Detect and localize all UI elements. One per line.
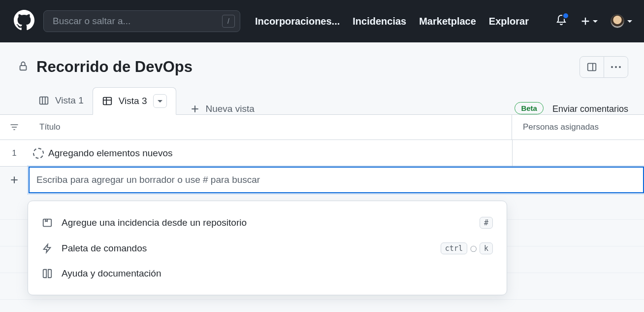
avatar <box>611 14 624 28</box>
caret-down-icon <box>158 100 162 103</box>
popover-item-label: Paleta de comandos <box>62 243 147 254</box>
add-row: Escriba para agregar un borrador o use #… <box>0 167 644 193</box>
svg-rect-1 <box>588 64 596 71</box>
column-header-title[interactable]: Título <box>29 115 512 139</box>
svg-rect-0 <box>20 66 27 70</box>
user-menu[interactable] <box>611 14 632 28</box>
project-menu-button[interactable] <box>604 56 628 78</box>
popover-item-label: Agregue una incidencia desde un reposito… <box>62 217 247 228</box>
nav-marketplace[interactable]: Marketplace <box>419 16 476 27</box>
search-placeholder: Buscar o saltar a... <box>53 16 222 27</box>
new-view-button[interactable]: Nueva vista <box>181 104 263 114</box>
view-tab-menu[interactable] <box>153 94 167 108</box>
row-assignees-cell[interactable] <box>512 140 644 166</box>
notifications-button[interactable] <box>555 14 567 28</box>
slash-key-hint: / <box>222 15 235 28</box>
popover-command-palette[interactable]: Paleta de comandos ctrl ◯ k <box>28 236 507 261</box>
hash-key: # <box>480 217 493 229</box>
caret-down-icon <box>627 20 632 23</box>
project-header-actions <box>580 56 628 78</box>
create-new-dropdown[interactable] <box>580 16 598 27</box>
global-search[interactable]: Buscar o saltar a... / <box>43 10 240 32</box>
k-key: k <box>480 243 493 254</box>
filter-button[interactable] <box>0 122 29 132</box>
new-view-label: Nueva vista <box>206 104 255 114</box>
add-item-placeholder: Escriba para agregar un borrador o use #… <box>36 174 260 185</box>
column-header-assignees[interactable]: Personas asignadas <box>512 122 644 132</box>
table-header: Título Personas asignadas <box>0 114 644 140</box>
row-title[interactable]: Agregando elementos nuevos <box>48 148 512 159</box>
lock-icon <box>18 61 29 73</box>
ctrl-key: ctrl <box>441 243 467 254</box>
header-actions <box>555 14 632 28</box>
primary-nav: Incorporaciones... Incidencias Marketpla… <box>255 16 529 27</box>
views-tabbar: Vista 1 Vista 3 Nueva vista Beta Enviar … <box>0 87 644 114</box>
nav-issues[interactable]: Incidencias <box>353 16 406 27</box>
svg-rect-2 <box>40 97 48 104</box>
view-tab-1[interactable]: Vista 1 <box>30 87 93 114</box>
table-row[interactable]: 1 Agregando elementos nuevos <box>0 140 644 167</box>
side-panel-toggle[interactable] <box>580 56 604 78</box>
caret-down-icon <box>593 20 598 23</box>
view-tab-3[interactable]: Vista 3 <box>93 87 176 115</box>
project-header: Recorrido de DevOps <box>0 42 644 87</box>
nav-explore[interactable]: Explorar <box>489 16 529 27</box>
popover-help[interactable]: Ayuda y documentación <box>28 261 507 286</box>
key-separator: ◯ <box>470 245 477 252</box>
svg-rect-3 <box>103 98 112 105</box>
draft-status-icon <box>29 148 48 159</box>
feedback-link[interactable]: Enviar comentarios <box>552 104 628 114</box>
add-item-input[interactable]: Escriba para agregar un borrador o use #… <box>29 167 644 193</box>
popover-item-label: Ayuda y documentación <box>62 268 161 279</box>
notification-dot-icon <box>562 12 569 19</box>
popover-add-issue[interactable]: Agregue una incidencia desde un reposito… <box>28 210 507 236</box>
global-header: Buscar o saltar a... / Incorporaciones..… <box>0 0 644 42</box>
add-item-popover: Agregue una incidencia desde un reposito… <box>28 201 507 295</box>
github-logo[interactable] <box>14 10 34 33</box>
kebab-icon <box>611 66 621 68</box>
beta-badge: Beta <box>515 102 544 114</box>
view-tab-label: Vista 1 <box>55 95 84 106</box>
row-number: 1 <box>0 148 29 158</box>
add-row-plus-icon[interactable] <box>0 175 29 185</box>
view-tab-label: Vista 3 <box>119 96 147 106</box>
project-title: Recorrido de DevOps <box>36 58 193 76</box>
nav-pull-requests[interactable]: Incorporaciones... <box>255 16 340 27</box>
